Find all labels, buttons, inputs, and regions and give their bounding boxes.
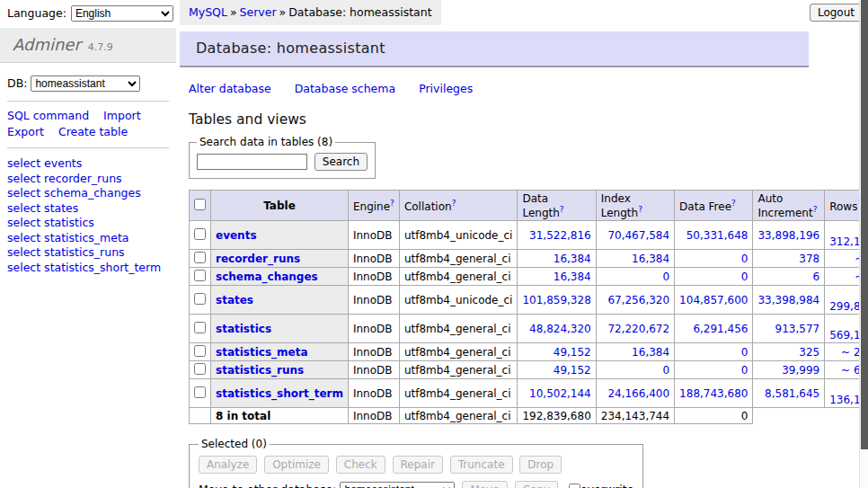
engine-cell: InnoDB [348,315,399,343]
move-db-select[interactable]: homeassistant [340,482,455,488]
sidebar-link-create-table[interactable]: Create table [58,125,128,138]
auto-increment-link[interactable]: 913,577 [775,323,820,335]
index-length-link[interactable]: 16,384 [632,253,669,265]
help-link[interactable]: ? [390,199,394,208]
sidebar-item-select-statistics-meta[interactable]: select statistics_meta [7,231,169,246]
data-free-link[interactable]: 50,331,648 [686,229,748,242]
scrollbar-thumb[interactable] [861,0,868,449]
table-name-link[interactable]: statistics [216,323,271,335]
sidebar-item-select-recorder-runs[interactable]: select recorder_runs [7,172,169,187]
search-input[interactable] [197,154,307,170]
sidebar-actions: SQL commandImport ExportCreate table [7,101,169,148]
sidebar-item-select-statistics-short-term[interactable]: select statistics_short_term [7,261,169,276]
repair-button[interactable]: Repair [393,456,443,474]
data-free-link[interactable]: 0 [741,346,748,359]
truncate-button[interactable]: Truncate [450,456,513,474]
data-length-link[interactable]: 49,152 [554,364,591,377]
auto-increment-link[interactable]: 8,581,645 [765,387,819,400]
collation-cell: utf8mb4_general_ci [399,250,518,268]
help-link[interactable]: ? [452,199,456,208]
data-length-link[interactable]: 31,522,816 [529,229,591,242]
column-header-data-length: Data Length [522,192,559,219]
data-length-link[interactable]: 10,502,144 [529,387,591,400]
row-checkbox[interactable] [194,270,206,281]
index-length-link[interactable]: 24,166,400 [607,387,669,400]
row-checkbox[interactable] [194,228,206,240]
auto-increment-link[interactable]: 325 [799,346,819,359]
table-name-link[interactable]: statistics_meta [216,346,308,359]
index-length-link[interactable]: 72,220,672 [607,323,669,335]
data-free-link[interactable]: 0 [741,253,748,265]
row-checkbox[interactable] [194,363,206,375]
auto-increment-link[interactable]: 39,999 [782,364,819,377]
index-length-link[interactable]: 16,384 [632,346,669,359]
analyze-button[interactable]: Analyze [199,456,257,474]
help-link[interactable]: ? [731,199,736,208]
data-free-link[interactable]: 188,743,680 [679,387,748,400]
db-selector-row: DB:homeassistant [7,75,176,92]
scrollbar[interactable] [859,0,868,488]
db-select[interactable]: homeassistant [31,75,140,92]
sidebar-item-select-events[interactable]: select events [7,156,169,172]
select-all-checkbox[interactable] [194,199,206,210]
row-checkbox[interactable] [194,252,206,263]
data-length-link[interactable]: 49,152 [554,346,591,359]
database-schema-link[interactable]: Database schema [295,82,395,95]
sidebar-link-import[interactable]: Import [103,109,141,122]
collation-cell: utf8mb4_general_ci [399,379,518,408]
index-length-link[interactable]: 67,256,320 [607,294,669,306]
column-header-collation: Collation [404,200,452,213]
table-name-link[interactable]: statistics_short_term [216,387,343,400]
language-select[interactable]: English [71,5,173,22]
index-length-link[interactable]: 0 [662,364,669,377]
auto-increment-link[interactable]: 33,398,984 [757,294,819,306]
data-free-link[interactable]: 104,857,600 [679,294,748,306]
sidebar-item-select-states[interactable]: select states [7,201,169,217]
data-free-link[interactable]: 0 [741,364,748,377]
data-length-link[interactable]: 48,824,320 [529,323,591,335]
help-link[interactable]: ? [560,205,564,214]
auto-increment-link[interactable]: 378 [799,253,819,265]
data-length-link[interactable]: 16,384 [554,253,591,265]
data-length-link[interactable]: 101,859,328 [522,294,590,306]
help-link[interactable]: ? [638,205,642,214]
search-button[interactable]: Search [314,153,368,171]
sidebar-item-select-statistics-runs[interactable]: select statistics_runs [7,245,169,261]
table-name-link[interactable]: states [216,294,253,306]
check-button[interactable]: Check [336,456,385,474]
alter-database-link[interactable]: Alter database [189,82,271,95]
row-checkbox[interactable] [194,345,206,357]
row-checkbox[interactable] [194,386,206,398]
table-row: schema_changes InnoDB utf8mb4_general_ci… [190,268,868,286]
copy-button[interactable]: Copy [515,481,558,488]
row-checkbox[interactable] [194,322,206,333]
overwrite-checkbox[interactable] [569,484,580,488]
breadcrumb-mysql-link[interactable]: MySQL [189,5,227,19]
table-name-link[interactable]: statistics_runs [216,364,304,377]
data-free-link[interactable]: 0 [741,271,748,283]
data-free-link[interactable]: 6,291,456 [693,323,748,335]
auto-increment-link[interactable]: 33,898,196 [757,229,819,242]
index-length-link[interactable]: 0 [662,271,669,283]
sidebar-link-sql-command[interactable]: SQL command [7,109,89,122]
table-name-link[interactable]: recorder_runs [216,253,300,265]
data-length-link[interactable]: 16,384 [554,271,591,283]
auto-increment-link[interactable]: 6 [813,271,820,283]
optimize-button[interactable]: Optimize [264,456,329,474]
row-checkbox[interactable] [194,293,206,305]
sidebar-item-select-statistics[interactable]: select statistics [7,216,169,231]
breadcrumb-server-link[interactable]: Server [240,5,277,19]
sidebar-item-select-schema-changes[interactable]: select schema_changes [7,186,169,201]
help-link[interactable]: ? [813,205,818,214]
breadcrumb-current: Database: homeassistant [288,5,431,19]
privileges-link[interactable]: Privileges [419,82,473,95]
table-name-link[interactable]: schema_changes [216,271,318,283]
table-header-row: Table Engine? Collation? Data Length? In… [190,191,868,221]
move-button[interactable]: Move [462,481,507,488]
drop-button[interactable]: Drop [519,456,562,474]
index-length-link[interactable]: 70,467,584 [607,229,669,242]
sidebar-link-export[interactable]: Export [7,125,44,138]
breadcrumb: MySQL»Server»Database: homeassistant [180,0,441,25]
language-label: Language: [7,6,66,20]
table-name-link[interactable]: events [216,229,257,242]
